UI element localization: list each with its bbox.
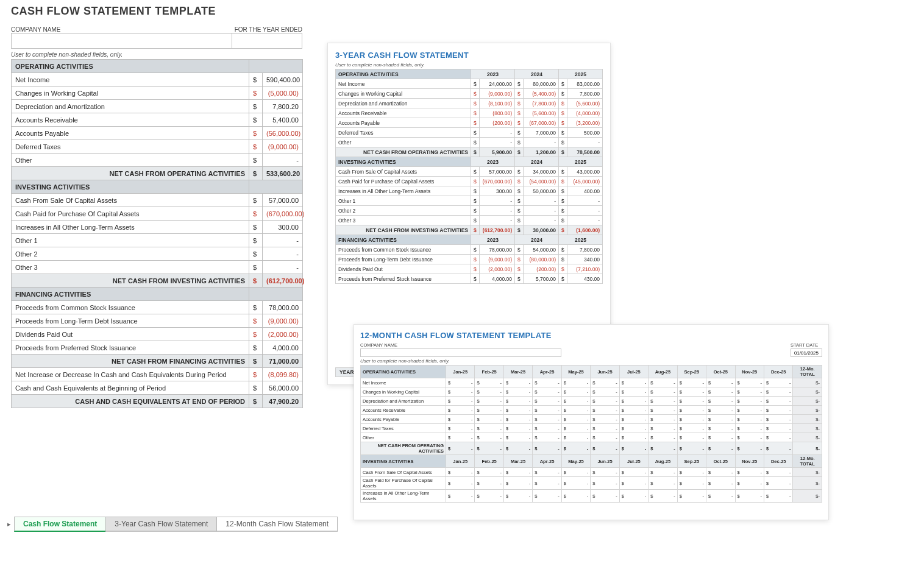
month-cell: $- [764,406,792,415]
month-cell: $- [706,442,735,455]
month-cell: $- [649,468,677,477]
year-header: 2023 [471,235,515,245]
month-cell: $- [735,406,764,415]
row-label: Increases in All Other Long-Term Assets [336,186,471,196]
row-value: - [524,138,559,147]
month-cell: $- [503,468,532,477]
row-label: Changes in Working Capital [336,89,471,99]
row-label: Accounts Payable [12,127,249,140]
currency-symbol: $ [249,234,263,247]
month-cell: $- [533,406,561,415]
month-cell: $- [735,442,764,455]
row-value: 7,800.00 [567,89,603,99]
month-cell: $- [591,378,619,387]
year-ended-input[interactable] [232,33,302,49]
twelve-month-start-input[interactable] [791,348,822,357]
row-label: Net Income [361,378,446,387]
currency-symbol: $ [559,186,567,196]
row-label: Other 3 [336,216,471,225]
row-label: Depreciation and Amortization [12,100,249,113]
page-title: CASH FLOW STATEMENT TEMPLATE [11,5,302,18]
twelve-month-hint: User to complete non-shaded fields, only… [360,358,822,364]
subtotal-label: NET CASH FROM OPERATING ACTIVITIES [12,167,249,180]
row-value: 50,000.00 [524,186,559,196]
month-cell: $- [706,477,735,490]
currency-symbol: $ [249,127,263,140]
currency-symbol: $ [471,216,480,225]
month-cell: $- [619,424,648,433]
row-value: (45,000.00) [567,177,603,186]
month-header: Mar-25 [503,366,532,378]
month-cell: $- [649,378,677,387]
month-cell: $- [706,468,735,477]
row-label: Accounts Receivable [336,108,471,118]
row-value: (67,000.00) [524,118,559,128]
three-year-table: OPERATING ACTIVITIES202320242025Net Inco… [335,69,603,284]
month-cell: $- [475,477,503,490]
tab-12-month[interactable]: 12-Month Cash Flow Statement [216,517,338,532]
tab-3-year[interactable]: 3-Year Cash Flow Statement [105,517,217,532]
month-cell: $- [619,490,648,503]
summary-value: (8,099.80) [263,368,303,381]
row-value: - [263,234,303,247]
month-cell: $- [561,442,590,455]
company-name-input[interactable] [11,33,232,49]
row-value: (5,600.00) [567,99,603,108]
row-label: Net Income [12,73,249,87]
currency-symbol: $ [471,245,480,255]
currency-symbol: $ [471,167,480,177]
total-header: 12-Mo. TOTAL [793,366,822,378]
row-label: Other 2 [12,247,249,261]
row-value: (5,600.00) [524,108,559,118]
month-cell: $- [503,387,532,397]
month-header: May-25 [561,455,590,468]
row-value: 54,000.00 [524,245,559,255]
currency-symbol: $ [249,381,263,395]
month-cell: $- [649,415,677,424]
month-cell: $- [591,424,619,433]
currency-symbol: $ [559,118,567,128]
currency-symbol: $ [249,154,263,167]
currency-symbol: $ [471,89,480,99]
row-label: Increases in All Other Long-Term Assets [12,221,249,234]
month-cell: $- [533,477,561,490]
row-label: Proceeds from Common Stock Issuance [336,245,471,255]
currency-symbol: $ [471,99,480,108]
currency-symbol: $ [559,274,567,284]
primary-template: CASH FLOW STATEMENT TEMPLATE COMPANY NAM… [11,5,302,408]
month-cell: $- [561,490,590,503]
twelve-month-company-input[interactable] [360,348,561,357]
currency-symbol: $ [249,73,263,87]
month-cell: $- [677,490,706,503]
row-value: 340.00 [567,255,603,264]
month-cell: $- [561,477,590,490]
currency-symbol: $ [559,216,567,225]
month-cell: $- [649,424,677,433]
currency-symbol: $ [249,395,263,408]
month-cell: $- [591,442,619,455]
row-value: (7,800.00) [524,99,559,108]
month-cell: $- [619,397,648,406]
month-cell: $- [503,442,532,455]
row-label: Accounts Receivable [12,113,249,127]
month-header: Oct-25 [706,366,735,378]
currency-symbol: $ [515,79,524,89]
month-cell: $- [446,378,475,387]
row-label: Deferred Taxes [361,424,446,433]
twelve-month-company-label: COMPANY NAME [360,342,561,348]
tab-arrow-icon[interactable]: ▸ [4,520,15,528]
month-cell: $- [561,387,590,397]
currency-symbol: $ [471,255,480,264]
month-cell: $- [706,387,735,397]
row-value: 57,000.00 [479,167,514,177]
row-label: Proceeds from Long-Term Debt Issuance [336,255,471,264]
currency-symbol: $ [515,89,524,99]
month-cell: $- [533,424,561,433]
currency-symbol: $ [559,264,567,274]
row-value: - [263,261,303,274]
tab-cash-flow[interactable]: Cash Flow Statement [14,517,106,532]
month-cell: $- [446,468,475,477]
currency-symbol: $ [249,261,263,274]
row-value: 500.00 [567,128,603,138]
row-label: Increases in All Other Long-Term Assets [361,490,446,503]
